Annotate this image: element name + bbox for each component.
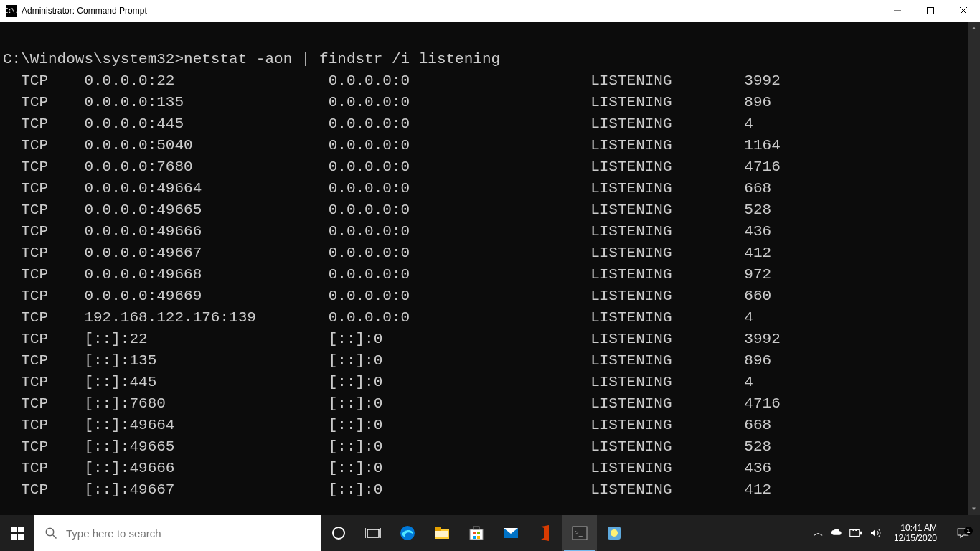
scroll-up-arrow-icon[interactable]: ▲: [968, 22, 980, 34]
svg-rect-32: [855, 529, 857, 531]
svg-rect-5: [18, 527, 24, 532]
svg-rect-22: [473, 536, 476, 539]
svg-rect-19: [473, 527, 479, 529]
vertical-scrollbar[interactable]: ▲ ▼: [968, 22, 980, 515]
close-button[interactable]: [947, 0, 980, 22]
battery-icon[interactable]: [849, 528, 862, 538]
cmd-app-icon: C:\.: [6, 5, 17, 17]
svg-rect-6: [11, 534, 17, 540]
action-center-button[interactable]: 1: [950, 527, 976, 540]
svg-rect-1: [928, 8, 934, 14]
terminal-output[interactable]: C:\Windows\system32>netstat -aon | finds…: [0, 22, 968, 515]
taskbar-app-mail[interactable]: [494, 515, 528, 551]
window-titlebar: C:\. Administrator: Command Prompt: [0, 0, 980, 22]
clock-time: 10:41 AM: [894, 523, 937, 533]
svg-rect-20: [473, 532, 476, 534]
svg-point-10: [333, 527, 344, 539]
svg-rect-16: [435, 527, 441, 531]
svg-rect-4: [11, 527, 17, 532]
clock-date: 12/15/2020: [894, 533, 937, 543]
search-input[interactable]: [66, 527, 311, 540]
svg-rect-18: [470, 529, 483, 540]
svg-point-8: [46, 528, 54, 536]
window-title: Administrator: Command Prompt: [22, 6, 147, 16]
task-view-button[interactable]: [356, 515, 390, 551]
taskbar: >_ ︿ 10:41 AM 12/15/2020 1: [0, 515, 980, 551]
volume-icon[interactable]: [870, 527, 881, 539]
start-button[interactable]: [0, 515, 34, 551]
taskbar-app-office[interactable]: [528, 515, 562, 551]
svg-rect-31: [852, 529, 854, 531]
taskbar-search[interactable]: [34, 515, 321, 551]
maximize-button[interactable]: [914, 0, 947, 22]
notification-badge: 1: [964, 527, 973, 535]
svg-rect-29: [850, 530, 860, 537]
svg-rect-11: [367, 529, 379, 537]
svg-point-28: [611, 529, 618, 537]
taskbar-app-command-prompt[interactable]: >_: [562, 515, 597, 551]
scroll-down-arrow-icon[interactable]: ▼: [968, 503, 980, 515]
cortana-button[interactable]: [321, 515, 356, 551]
taskbar-app-other[interactable]: [597, 515, 631, 551]
taskbar-clock[interactable]: 10:41 AM 12/15/2020: [888, 523, 943, 543]
svg-text:>_: >_: [575, 529, 583, 537]
system-tray: ︿ 10:41 AM 12/15/2020 1: [809, 515, 980, 551]
svg-line-9: [52, 534, 56, 538]
svg-rect-17: [435, 531, 448, 537]
onedrive-icon[interactable]: [831, 527, 842, 539]
search-icon: [44, 527, 57, 540]
taskbar-app-file-explorer[interactable]: [425, 515, 459, 551]
minimize-button[interactable]: [881, 0, 914, 22]
svg-rect-30: [860, 532, 862, 535]
svg-rect-23: [477, 536, 480, 539]
taskbar-app-edge[interactable]: [390, 515, 425, 551]
svg-rect-7: [18, 534, 24, 540]
svg-rect-21: [477, 532, 480, 534]
taskbar-app-microsoft-store[interactable]: [459, 515, 494, 551]
tray-overflow-chevron-icon[interactable]: ︿: [814, 527, 824, 540]
